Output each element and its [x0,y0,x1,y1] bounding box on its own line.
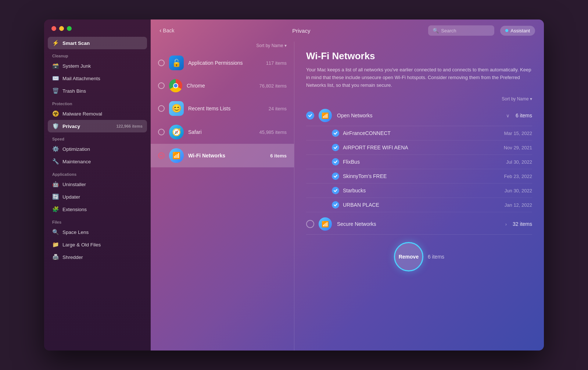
wifi-icon: 📶 [322,112,329,119]
network-item-name: AirFranceCONNECT [343,130,504,136]
network-sub-item-starbucks[interactable]: Starbucks Jun 30, 2022 [306,184,532,198]
checkmark-icon [333,160,338,164]
search-box[interactable]: 🔍 [428,25,494,36]
network-sub-item-flixbus[interactable]: FlixBus Jul 30, 2022 [306,155,532,169]
network-sub-item-airport[interactable]: AIRPORT FREE WIFI AENA Nov 29, 2021 [306,140,532,155]
sidebar-item-updater[interactable]: 🔄 Updater [48,191,147,203]
list-radio-wifi[interactable] [158,152,165,159]
sidebar-item-label: Trash Bins [62,88,86,94]
secure-networks-checkbox[interactable] [306,220,314,228]
back-chevron-icon: ‹ [159,27,161,34]
sidebar-item-optimization[interactable]: ⚙️ Optimization [48,143,147,155]
flixbus-checkbox[interactable] [332,158,339,166]
list-item-name: Application Permissions [188,60,262,66]
sidebar-item-label: Smart Scan [62,40,90,46]
sidebar-item-label: Maintenance [62,159,91,164]
sidebar-item-shredder[interactable]: 🖨️ Shredder [48,251,147,263]
list-item-count: 76,802 items [259,83,287,89]
sidebar-item-extensions[interactable]: 🧩 Extensions [48,203,147,216]
chrome-inner-circle [173,83,178,88]
network-item-name: Starbucks [343,188,505,193]
list-item-chrome[interactable]: Chrome 76,802 items [151,75,294,97]
sidebar-item-label: Mail Attachments [62,76,100,81]
network-item-date: Jun 30, 2022 [505,188,532,193]
chrome-icon [169,79,182,92]
list-item-count: 6 items [270,153,287,159]
list-sort-bar[interactable]: Sort by Name ▾ [151,42,294,51]
open-networks-chevron-icon: ∨ [506,113,510,118]
network-sub-item-airfrance[interactable]: AirFranceCONNECT Mar 15, 2022 [306,126,532,140]
detail-sort-bar[interactable]: Sort by Name ▾ [306,96,532,102]
secure-networks-header[interactable]: 📶 Secure Networks › 32 items [306,214,532,235]
sidebar-section-speed: Speed [48,132,147,143]
sidebar-content: ⚡ Smart Scan Cleanup 🗃️ System Junk ✉️ M… [44,37,151,351]
secure-networks-name: Secure Networks [337,221,505,227]
starbucks-checkbox[interactable] [332,187,339,194]
sidebar-item-smart-scan[interactable]: ⚡ Smart Scan [48,37,147,49]
list-item-count: 45,985 items [259,129,287,135]
skinnytom-checkbox[interactable] [332,172,339,180]
list-radio-recent[interactable] [158,105,165,112]
space-lens-icon: 🔍 [52,229,59,235]
list-item-name: Wi-Fi Networks [188,153,266,159]
network-item-name: FlixBus [343,159,506,165]
page-title: Privacy [180,28,422,34]
network-sub-item-urban-place[interactable]: URBAN PLACE Jan 12, 2022 [306,198,532,212]
sidebar-item-label: Optimization [62,146,90,152]
network-item-name: URBAN PLACE [343,202,505,208]
sidebar-section-files: Files [48,216,147,226]
sidebar-item-label: Updater [62,194,80,200]
sidebar-item-malware-removal[interactable]: ☣️ Malware Removal [48,107,147,120]
smart-scan-icon: ⚡ [52,40,59,46]
close-button[interactable] [51,26,56,31]
sidebar-item-label: Uninstaller [62,182,86,187]
network-item-date: Jan 12, 2022 [505,202,532,208]
search-input[interactable] [441,28,490,33]
airport-checkbox[interactable] [332,144,339,151]
remove-button[interactable]: Remove [394,242,423,271]
sidebar-item-mail-attachments[interactable]: ✉️ Mail Attachments [48,72,147,85]
sidebar-item-uninstaller[interactable]: 🤖 Uninstaller [48,178,147,191]
main-area: ‹ Back Privacy 🔍 Assistant Sort by Name … [151,19,544,351]
safari-icon: 🧭 [169,125,184,139]
checkmark-icon [333,174,338,178]
minimize-button[interactable] [59,26,64,31]
list-item-count: 24 items [269,106,287,111]
list-radio-chrome[interactable] [158,82,165,89]
network-sub-item-skinnytom[interactable]: SkinnyTom's FREE Feb 23, 2022 [306,169,532,184]
assistant-button[interactable]: Assistant [500,26,535,36]
airfrance-checkbox[interactable] [332,129,339,137]
remove-items-count: 6 items [428,254,444,260]
open-networks-checkbox[interactable] [306,111,314,120]
sidebar-item-system-junk[interactable]: 🗃️ System Junk [48,60,147,72]
list-item-app-permissions[interactable]: 🔓 Application Permissions 117 items [151,51,294,75]
list-item-safari[interactable]: 🧭 Safari 45,985 items [151,120,294,144]
lock-icon: 🔓 [172,58,181,67]
maximize-button[interactable] [67,26,72,31]
list-item-wifi-networks[interactable]: 📶 Wi-Fi Networks 6 items [151,144,294,167]
app-perms-icon: 🔓 [169,56,184,70]
sidebar-item-maintenance[interactable]: 🔧 Maintenance [48,155,147,168]
urban-place-checkbox[interactable] [332,201,339,209]
sidebar-item-trash-bins[interactable]: 🗑️ Trash Bins [48,85,147,97]
sidebar-item-privacy[interactable]: 🛡️ Privacy 122,966 items [48,120,147,132]
sidebar-item-large-old-files[interactable]: 📁 Large & Old Files [48,238,147,251]
list-item-recent-items[interactable]: 😊 Recent Items Lists 24 items [151,97,294,120]
list-item-name: Safari [188,129,255,135]
sidebar: ⚡ Smart Scan Cleanup 🗃️ System Junk ✉️ M… [44,19,151,351]
open-networks-header[interactable]: 📶 Open Networks ∨ 6 items [306,105,532,126]
assistant-dot-icon [505,29,508,32]
finder-icon: 😊 [169,101,184,116]
content-area: Sort by Name ▾ 🔓 Application Permissions… [151,42,544,351]
extensions-icon: 🧩 [52,206,59,213]
remove-label: Remove [399,254,419,260]
back-button[interactable]: ‹ Back [159,27,174,34]
sidebar-item-label: Space Lens [62,230,89,235]
optimization-icon: ⚙️ [52,146,59,152]
system-junk-icon: 🗃️ [52,63,59,69]
open-networks-name: Open Networks [337,113,506,118]
list-radio-safari[interactable] [158,129,165,135]
network-item-date: Mar 15, 2022 [504,131,532,136]
list-radio-app-perms[interactable] [158,60,165,66]
sidebar-item-space-lens[interactable]: 🔍 Space Lens [48,226,147,238]
